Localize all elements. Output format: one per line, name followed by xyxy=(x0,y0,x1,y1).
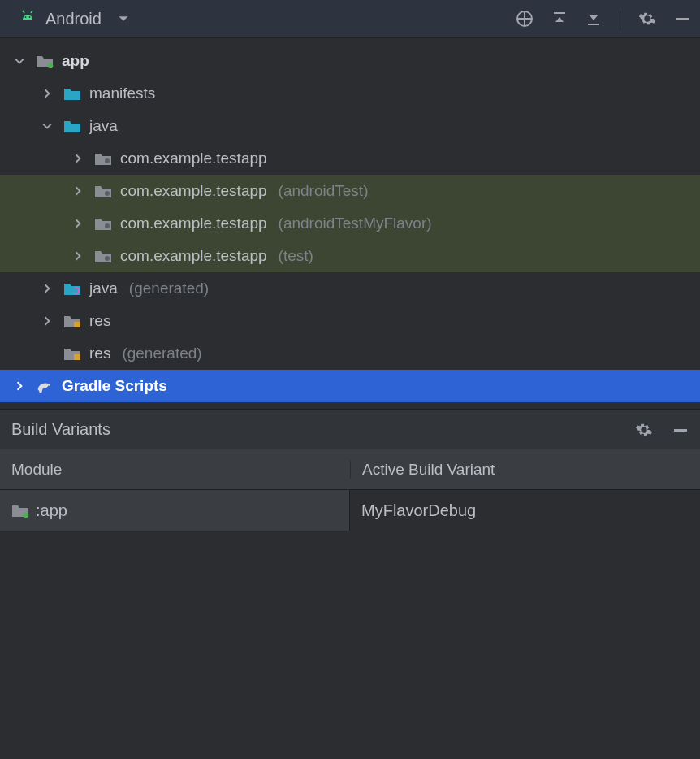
collapse-all-icon[interactable] xyxy=(585,11,602,27)
dropdown-arrow-icon xyxy=(118,13,129,24)
module-cell: :app xyxy=(0,490,350,531)
tree-label: Gradle Scripts xyxy=(62,377,167,395)
module-folder-icon xyxy=(36,54,54,68)
folder-icon xyxy=(63,119,81,133)
svg-point-14 xyxy=(105,256,110,261)
tree-node-res-generated[interactable]: res (generated) xyxy=(0,337,700,370)
svg-point-12 xyxy=(105,191,110,196)
module-folder-icon xyxy=(11,503,29,518)
tree-label: java xyxy=(89,117,118,135)
hide-icon[interactable] xyxy=(672,422,689,438)
chevron-right-icon xyxy=(73,251,86,261)
build-variants-panel: Build Variants Module Active Build Varia… xyxy=(0,409,700,758)
svg-point-3 xyxy=(29,16,31,18)
svg-point-2 xyxy=(25,16,27,18)
chevron-right-icon xyxy=(15,381,28,391)
separator xyxy=(620,9,620,28)
tree-node-package[interactable]: com.example.testapp xyxy=(0,142,700,175)
hide-icon[interactable] xyxy=(674,11,690,27)
build-variants-columns: Module Active Build Variant xyxy=(0,449,700,490)
svg-rect-8 xyxy=(588,24,599,25)
chevron-down-icon xyxy=(42,121,55,131)
tree-node-app[interactable]: app xyxy=(0,45,700,77)
tree-suffix: (generated) xyxy=(129,280,209,297)
blank-area xyxy=(0,531,700,758)
project-view-selector[interactable]: Android xyxy=(18,10,129,28)
svg-rect-7 xyxy=(554,12,565,14)
project-view-header: Android xyxy=(0,0,700,38)
tree-suffix: (androidTest) xyxy=(279,182,369,200)
tree-node-package[interactable]: com.example.testapp (test) xyxy=(0,240,700,272)
tree-label: com.example.testapp xyxy=(120,215,267,232)
svg-rect-15 xyxy=(74,322,80,327)
tree-label: res xyxy=(89,345,110,362)
chevron-right-icon xyxy=(42,284,55,293)
gradle-icon xyxy=(36,379,54,393)
tree-node-java[interactable]: java xyxy=(0,110,700,142)
build-variants-header: Build Variants xyxy=(0,410,700,449)
generated-folder-icon xyxy=(63,281,81,296)
chevron-down-icon xyxy=(15,56,28,66)
tree-label: com.example.testapp xyxy=(120,247,267,265)
tree-label: res xyxy=(89,312,110,330)
package-folder-icon xyxy=(94,184,112,198)
svg-rect-16 xyxy=(74,354,80,360)
package-folder-icon xyxy=(94,216,112,231)
svg-point-11 xyxy=(105,158,110,163)
column-module: Module xyxy=(0,461,350,479)
folder-icon xyxy=(63,86,81,101)
svg-point-13 xyxy=(105,223,110,228)
tree-node-manifests[interactable]: manifests xyxy=(0,77,700,110)
gear-icon[interactable] xyxy=(638,10,656,28)
tree-node-res[interactable]: res xyxy=(0,305,700,337)
chevron-right-icon xyxy=(73,154,86,163)
module-name: :app xyxy=(36,501,67,520)
variant-cell[interactable]: MyFlavorDebug xyxy=(350,501,700,520)
tree-label: manifests xyxy=(89,85,155,102)
tree-suffix: (test) xyxy=(279,247,313,265)
svg-line-1 xyxy=(31,11,32,13)
tree-label: app xyxy=(62,52,89,70)
panel-title: Build Variants xyxy=(11,420,110,439)
tree-label: com.example.testapp xyxy=(120,150,267,167)
tree-node-package[interactable]: com.example.testapp (androidTest) xyxy=(0,175,700,207)
expand-all-icon[interactable] xyxy=(551,11,568,27)
project-view-title: Android xyxy=(45,10,102,28)
tree-node-java-generated[interactable]: java (generated) xyxy=(0,272,700,305)
android-icon xyxy=(18,10,37,28)
package-folder-icon xyxy=(94,151,112,166)
build-variants-row[interactable]: :app MyFlavorDebug xyxy=(0,490,700,531)
project-tree[interactable]: app manifests java com.example.testapp c… xyxy=(0,38,700,402)
svg-rect-17 xyxy=(674,429,687,432)
resources-folder-icon xyxy=(63,314,81,328)
tree-label: com.example.testapp xyxy=(120,182,267,200)
tree-node-gradle-scripts[interactable]: Gradle Scripts xyxy=(0,370,700,402)
chevron-right-icon xyxy=(42,316,55,326)
tree-suffix: (androidTestMyFlavor) xyxy=(279,215,432,232)
select-opened-file-icon[interactable] xyxy=(516,10,534,28)
svg-line-0 xyxy=(23,11,24,13)
column-variant: Active Build Variant xyxy=(350,461,700,479)
gear-icon[interactable] xyxy=(635,421,653,439)
package-folder-icon xyxy=(94,249,112,263)
chevron-right-icon xyxy=(73,186,86,196)
chevron-right-icon xyxy=(42,89,55,98)
tree-suffix: (generated) xyxy=(122,345,201,362)
tree-node-package[interactable]: com.example.testapp (androidTestMyFlavor… xyxy=(0,207,700,240)
svg-rect-9 xyxy=(676,18,689,20)
chevron-right-icon xyxy=(73,219,86,228)
resources-folder-icon xyxy=(63,346,81,361)
tree-label: java xyxy=(89,280,118,297)
